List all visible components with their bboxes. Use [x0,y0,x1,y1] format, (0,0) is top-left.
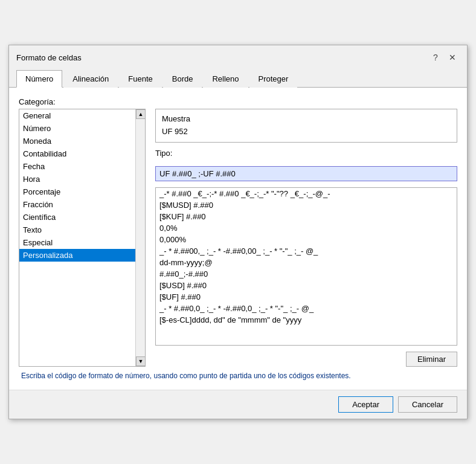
category-item[interactable]: Fecha [19,160,135,173]
format-item[interactable]: _- * #.##00,_ ;_- * -#.##0,00_ ;_- * "-"… [156,245,457,257]
format-item[interactable]: 0,0% [156,222,457,234]
tab-fuente[interactable]: Fuente [119,70,161,88]
category-item[interactable]: General [19,109,135,122]
sample-section: Muestra UF 952 [155,109,457,143]
category-item[interactable]: Especial [19,236,135,249]
tab-relleno[interactable]: Relleno [203,70,248,88]
format-item[interactable]: _- * #.##0,0_ ;_- * -#.##0,0_ ;_- * "-"_… [156,303,457,314]
format-item[interactable]: [$UF] #.##0 [156,291,457,303]
right-panel: Muestra UF 952 Tipo: _-* #.##0 _€_-;-* #… [155,109,457,367]
title-bar: Formato de celdas ? ✕ [9,45,467,69]
tab-borde[interactable]: Borde [163,70,202,88]
format-item[interactable]: [$USD] #.##0 [156,280,457,291]
main-row: GeneralNúmeroMonedaContabilidadFechaHora… [19,109,457,367]
format-item[interactable]: _-* #.##0 _€_-;-* #.##0 _€_-;_-* "-"?? _… [156,188,457,199]
format-item[interactable]: 0,000% [156,234,457,245]
eliminar-row: Eliminar [155,352,457,367]
format-list[interactable]: _-* #.##0 _€_-;-* #.##0 _€_-;_-* "-"?? _… [156,188,457,345]
category-item[interactable]: Personalizada [19,249,135,262]
format-item[interactable]: [$KUF] #.##0 [156,211,457,222]
format-list-wrapper: _-* #.##0 _€_-;-* #.##0 _€_-;_-* "-"?? _… [155,187,457,346]
format-item[interactable]: #.##0_;-#.##0 [156,268,457,280]
category-item[interactable]: Contabilidad [19,147,135,160]
aceptar-button[interactable]: Aceptar [338,396,393,413]
format-item[interactable]: [$-es-CL]dddd, dd" de "mmmm" de "yyyy [156,314,457,326]
format-cells-dialog: Formato de celdas ? ✕ Número Alineación … [8,45,468,419]
left-panel: GeneralNúmeroMonedaContabilidadFechaHora… [19,109,146,367]
category-item[interactable]: Científica [19,211,135,224]
tab-proteger[interactable]: Proteger [249,70,298,88]
dialog-title: Formato de celdas [16,53,82,62]
category-item[interactable]: Texto [19,224,135,236]
title-bar-buttons: ? ✕ [428,50,460,65]
category-scrollbar: ▲ ▼ [135,109,145,366]
tipo-input[interactable] [155,166,457,181]
tabs-bar: Número Alineación Fuente Borde Relleno P… [9,69,467,88]
category-item[interactable]: Hora [19,173,135,185]
sample-value: UF 952 [162,126,451,137]
format-item[interactable]: dd-mm-yyyy;@ [156,257,457,268]
scroll-track [136,119,145,356]
cancelar-button[interactable]: Cancelar [398,396,457,413]
scroll-down-btn[interactable]: ▼ [136,356,146,366]
tab-alineacion[interactable]: Alineación [63,70,118,88]
sample-label: Muestra [162,114,451,123]
bottom-bar: Aceptar Cancelar [9,390,467,419]
category-item[interactable]: Número [19,122,135,135]
help-button[interactable]: ? [428,50,443,65]
info-text: Escriba el código de formato de número, … [19,372,457,380]
eliminar-button[interactable]: Eliminar [406,352,457,367]
format-item[interactable]: [$MUSD] #.##0 [156,199,457,211]
category-item[interactable]: Fracción [19,198,135,211]
tab-numero[interactable]: Número [16,70,62,88]
category-listbox-wrapper: GeneralNúmeroMonedaContabilidadFechaHora… [19,109,146,367]
close-button[interactable]: ✕ [445,50,460,65]
scroll-up-btn[interactable]: ▲ [136,109,146,119]
tipo-label: Tipo: [155,149,457,158]
dialog-body: Categoría: GeneralNúmeroMonedaContabilid… [9,88,467,390]
category-label: Categoría: [19,97,457,106]
category-listbox[interactable]: GeneralNúmeroMonedaContabilidadFechaHora… [19,109,135,366]
category-item[interactable]: Porcentaje [19,185,135,198]
category-item[interactable]: Moneda [19,135,135,147]
